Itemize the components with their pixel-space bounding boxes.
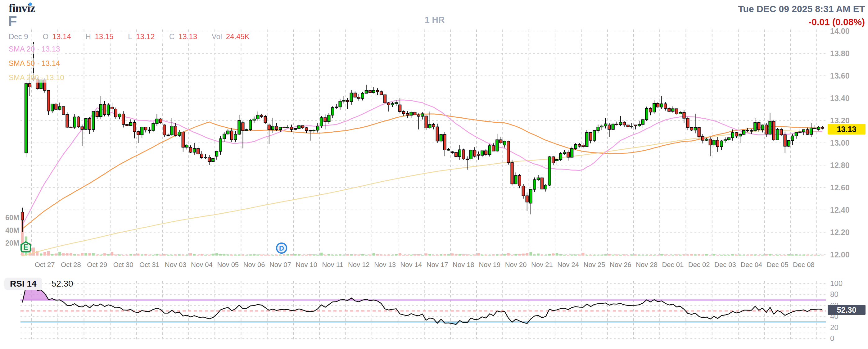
low-value: 13.12 <box>136 32 155 41</box>
rsi-label: RSI 14 <box>4 278 42 290</box>
svg-text:Nov 11: Nov 11 <box>322 261 343 268</box>
rsi-value: 52.30 <box>52 279 73 289</box>
svg-text:Nov 14: Nov 14 <box>400 261 422 268</box>
sma20-legend: SMA 20 · 13.13 <box>9 44 63 54</box>
quote-datetime: Tue DEC 09 2025 8:31 AM ET <box>738 4 865 14</box>
ohlc-bar: Dec 9 O 13.14 H 13.15 L 13.12 C 13.13 Vo… <box>9 32 265 42</box>
volume-axis-labels: 60M40M20M <box>5 214 19 247</box>
svg-text:Dec 08: Dec 08 <box>793 261 815 268</box>
svg-text:Oct 30: Oct 30 <box>113 261 133 268</box>
svg-text:Nov 19: Nov 19 <box>479 261 500 268</box>
close-label: C <box>169 32 175 41</box>
svg-text:40M: 40M <box>5 226 19 234</box>
price-axis-labels: 14.0013.8013.6013.4013.2013.0012.8012.60… <box>830 27 850 259</box>
svg-text:Dec 04: Dec 04 <box>740 261 762 268</box>
volume-value: 24.45K <box>226 32 250 41</box>
svg-text:Nov 04: Nov 04 <box>191 261 213 268</box>
svg-text:Oct 29: Oct 29 <box>87 261 107 268</box>
svg-text:100: 100 <box>830 279 842 288</box>
svg-text:14.00: 14.00 <box>830 27 850 35</box>
svg-text:80: 80 <box>830 290 838 298</box>
svg-text:Nov 06: Nov 06 <box>243 261 265 268</box>
volume-bars <box>21 220 824 256</box>
finviz-chart-page: 14.0013.8013.6013.4013.2013.0012.8012.60… <box>0 0 868 349</box>
svg-text:Nov 07: Nov 07 <box>270 261 291 268</box>
svg-text:Nov 25: Nov 25 <box>584 261 606 268</box>
svg-text:13.40: 13.40 <box>830 94 850 102</box>
close-value: 13.13 <box>179 32 197 41</box>
svg-text:12.00: 12.00 <box>830 250 850 259</box>
svg-text:Nov 17: Nov 17 <box>427 261 448 268</box>
svg-text:E: E <box>23 243 28 251</box>
svg-text:Oct 27: Oct 27 <box>35 261 55 268</box>
svg-text:Nov 03: Nov 03 <box>165 261 187 268</box>
low-label: L <box>128 32 132 41</box>
svg-text:12.40: 12.40 <box>830 205 850 214</box>
high-label: H <box>85 32 91 41</box>
svg-text:Nov 28: Nov 28 <box>636 261 657 268</box>
price-change: -0.01 (0.08%) <box>808 17 865 27</box>
volume-label: Vol <box>212 32 222 41</box>
dividend-marker[interactable]: D <box>277 243 286 253</box>
candlesticks <box>21 42 824 232</box>
ticker-symbol: F <box>8 12 17 30</box>
svg-text:D: D <box>279 244 284 252</box>
svg-text:Nov 10: Nov 10 <box>296 261 317 268</box>
sma200-legend: SMA 200 · 13.10 <box>9 73 67 83</box>
svg-text:60M: 60M <box>5 214 19 222</box>
svg-text:Nov 12: Nov 12 <box>348 261 370 268</box>
open-value: 13.14 <box>53 32 71 41</box>
svg-text:13.80: 13.80 <box>830 49 850 58</box>
svg-text:Nov 13: Nov 13 <box>374 261 396 268</box>
open-label: O <box>42 32 49 41</box>
svg-text:Nov 05: Nov 05 <box>217 261 239 268</box>
earnings-marker[interactable]: E <box>21 242 30 252</box>
sma50-legend: SMA 50 · 13.14 <box>9 58 63 68</box>
finviz-logo-dot-icon <box>29 2 32 6</box>
svg-text:12.20: 12.20 <box>830 228 850 236</box>
svg-text:12.80: 12.80 <box>830 161 850 169</box>
svg-text:20M: 20M <box>5 239 19 247</box>
svg-text:Nov 26: Nov 26 <box>610 261 631 268</box>
high-value: 13.15 <box>95 32 113 41</box>
rsi-header: RSI 14 52.30 <box>4 278 73 290</box>
svg-text:13.60: 13.60 <box>830 71 850 80</box>
svg-text:Nov 21: Nov 21 <box>531 261 553 268</box>
svg-text:20: 20 <box>830 323 838 331</box>
chart-canvas[interactable]: 14.0013.8013.6013.4013.2013.0012.8012.60… <box>0 0 868 349</box>
date-axis-labels: Oct 27Oct 28Oct 29Oct 30Oct 31Nov 03Nov … <box>35 261 815 268</box>
rsi-current-badge: 52.30 <box>828 305 866 315</box>
rsi-overbought-fill <box>22 286 823 300</box>
svg-text:0: 0 <box>830 334 834 343</box>
svg-text:Dec 03: Dec 03 <box>714 261 736 268</box>
svg-text:13.20: 13.20 <box>830 116 850 125</box>
timeframe-label: 1 HR <box>391 15 478 25</box>
price-gridlines <box>21 31 826 255</box>
svg-text:Nov 20: Nov 20 <box>505 261 527 268</box>
svg-text:Dec 02: Dec 02 <box>688 261 710 268</box>
svg-text:Dec 05: Dec 05 <box>767 261 788 268</box>
sma200-line <box>22 129 823 256</box>
svg-text:Oct 28: Oct 28 <box>61 261 81 268</box>
svg-text:Dec 01: Dec 01 <box>662 261 684 268</box>
svg-text:Nov 18: Nov 18 <box>453 261 474 268</box>
ohlc-date: Dec 9 <box>9 32 28 41</box>
current-price-badge: 13.13 <box>828 124 866 134</box>
svg-text:12.60: 12.60 <box>830 183 850 192</box>
svg-text:13.00: 13.00 <box>830 138 850 147</box>
svg-text:Oct 31: Oct 31 <box>140 261 160 268</box>
svg-text:Nov 24: Nov 24 <box>557 261 579 268</box>
